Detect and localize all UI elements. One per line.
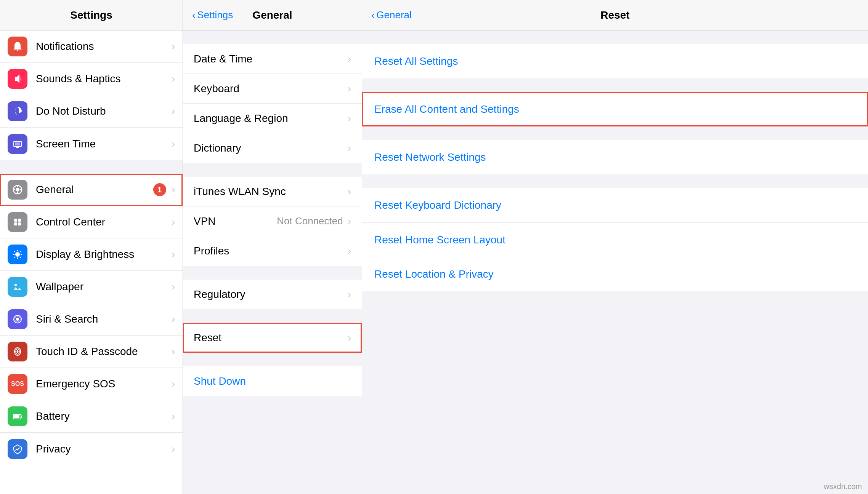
sidebar-item-wallpaper[interactable]: Wallpaper › — [0, 271, 183, 303]
general-nav-bar: ‹ Settings General — [183, 0, 362, 30]
reset-back-chevron: ‹ — [371, 10, 375, 21]
general-item-reset[interactable]: Reset › — [183, 323, 362, 353]
svg-rect-2 — [16, 147, 19, 148]
sidebar-item-display[interactable]: Display & Brightness › — [0, 238, 183, 271]
svg-point-28 — [17, 350, 19, 353]
svg-line-19 — [20, 257, 21, 258]
general-item-profiles[interactable]: Profiles › — [183, 236, 362, 266]
svg-rect-30 — [21, 416, 22, 418]
erase-all-label: Erase All Content and Settings — [374, 103, 856, 115]
general-badge: 1 — [153, 183, 166, 196]
sidebar-item-general[interactable]: General 1 › — [0, 174, 183, 206]
general-item-vpn[interactable]: VPN Not Connected › — [183, 206, 362, 236]
general-group-2: iTunes WLAN Sync › VPN Not Connected › P… — [183, 177, 362, 266]
sidebar-item-privacy[interactable]: Privacy › — [0, 433, 183, 465]
general-item-itunes[interactable]: iTunes WLAN Sync › — [183, 177, 362, 206]
language-label: Language & Region — [194, 112, 348, 125]
reset-item-home-screen[interactable]: Reset Home Screen Layout — [362, 222, 868, 257]
settings-group-2: General 1 › Control Center › Display & B… — [0, 174, 183, 465]
battery-chevron: › — [172, 410, 175, 422]
wallpaper-chevron: › — [172, 281, 175, 293]
settings-column: Settings Notifications › Sounds & Haptic… — [0, 0, 183, 494]
dnd-icon — [8, 101, 27, 121]
general-back-chevron: ‹ — [192, 10, 196, 21]
touch-id-label: Touch ID & Passcode — [36, 345, 172, 358]
general-item-keyboard[interactable]: Keyboard › — [183, 74, 362, 104]
general-back-label: Settings — [197, 9, 233, 21]
reset-item-network[interactable]: Reset Network Settings — [362, 140, 868, 174]
vpn-chevron: › — [348, 215, 351, 227]
general-item-language[interactable]: Language & Region › — [183, 104, 362, 133]
profiles-label: Profiles — [194, 245, 348, 257]
display-icon — [8, 245, 27, 264]
general-label: General — [36, 184, 153, 196]
reset-home-screen-label: Reset Home Screen Layout — [374, 234, 856, 246]
reset-label: Reset — [194, 332, 348, 344]
reset-item-erase-all[interactable]: Erase All Content and Settings — [362, 92, 868, 126]
svg-point-13 — [15, 252, 20, 257]
privacy-chevron: › — [172, 443, 175, 455]
reset-group-1: Reset All Settings — [362, 44, 868, 78]
svg-point-22 — [14, 284, 17, 286]
sounds-icon — [8, 69, 27, 89]
watermark: wsxdn.com — [824, 482, 862, 491]
reset-nav-bar: ‹ General Reset — [362, 0, 868, 30]
general-chevron: › — [172, 184, 175, 196]
svg-rect-1 — [15, 142, 20, 145]
sidebar-item-battery[interactable]: Battery › — [0, 400, 183, 433]
sidebar-item-emergency-sos[interactable]: SOS Emergency SOS › — [0, 368, 183, 400]
reset-chevron: › — [348, 332, 351, 344]
svg-line-20 — [20, 251, 21, 253]
date-time-chevron: › — [348, 53, 351, 65]
sidebar-item-siri[interactable]: Siri & Search › — [0, 303, 183, 336]
svg-rect-31 — [14, 415, 19, 418]
sidebar-item-do-not-disturb[interactable]: Do Not Disturb › — [0, 95, 183, 128]
reset-item-keyboard[interactable]: Reset Keyboard Dictionary — [362, 188, 868, 222]
general-group-3: Regulatory › — [183, 280, 362, 309]
reset-item-location[interactable]: Reset Location & Privacy — [362, 257, 868, 291]
itunes-chevron: › — [348, 185, 351, 198]
general-icon — [8, 180, 27, 200]
reset-item-all-settings[interactable]: Reset All Settings — [362, 44, 868, 78]
general-group-1: Date & Time › Keyboard › Language & Regi… — [183, 44, 362, 163]
reset-location-label: Reset Location & Privacy — [374, 268, 856, 280]
general-back-button[interactable]: ‹ Settings — [192, 9, 233, 21]
vpn-value: Not Connected — [277, 215, 343, 227]
reset-network-label: Reset Network Settings — [374, 151, 856, 163]
general-column: ‹ Settings General Date & Time › Keyboar… — [183, 0, 362, 494]
sidebar-item-touch-id[interactable]: Touch ID & Passcode › — [0, 336, 183, 368]
general-sep-2 — [183, 266, 362, 280]
screen-time-icon — [8, 134, 27, 154]
sidebar-item-control-center[interactable]: Control Center › — [0, 206, 183, 238]
reset-group-3: Reset Network Settings — [362, 140, 868, 174]
reset-sep-top — [362, 30, 868, 44]
display-chevron: › — [172, 248, 175, 261]
app-container: Settings Notifications › Sounds & Haptic… — [0, 0, 868, 494]
notifications-chevron: › — [172, 40, 175, 53]
sidebar-item-screen-time[interactable]: Screen Time › — [0, 128, 183, 160]
siri-label: Siri & Search — [36, 313, 172, 325]
date-time-label: Date & Time — [194, 53, 348, 65]
sidebar-item-notifications[interactable]: Notifications › — [0, 30, 183, 63]
general-item-date-time[interactable]: Date & Time › — [183, 44, 362, 74]
sounds-label: Sounds & Haptics — [36, 73, 172, 85]
general-item-regulatory[interactable]: Regulatory › — [183, 280, 362, 309]
general-item-dictionary[interactable]: Dictionary › — [183, 133, 362, 163]
general-list: Date & Time › Keyboard › Language & Regi… — [183, 44, 362, 494]
svg-rect-11 — [14, 222, 17, 225]
general-sep-1 — [183, 163, 362, 177]
privacy-icon — [8, 439, 27, 459]
reset-title: Reset — [600, 9, 629, 21]
wallpaper-icon — [8, 277, 27, 297]
dictionary-label: Dictionary — [194, 142, 348, 154]
emergency-sos-chevron: › — [172, 378, 175, 390]
general-item-shutdown[interactable]: Shut Down — [183, 366, 362, 396]
reset-keyboard-label: Reset Keyboard Dictionary — [374, 199, 856, 211]
sidebar-item-sounds[interactable]: Sounds & Haptics › — [0, 63, 183, 95]
touch-id-chevron: › — [172, 345, 175, 358]
keyboard-label: Keyboard — [194, 83, 348, 95]
control-center-icon — [8, 212, 27, 232]
regulatory-chevron: › — [348, 288, 351, 301]
reset-back-button[interactable]: ‹ General — [371, 9, 412, 21]
control-center-chevron: › — [172, 216, 175, 228]
